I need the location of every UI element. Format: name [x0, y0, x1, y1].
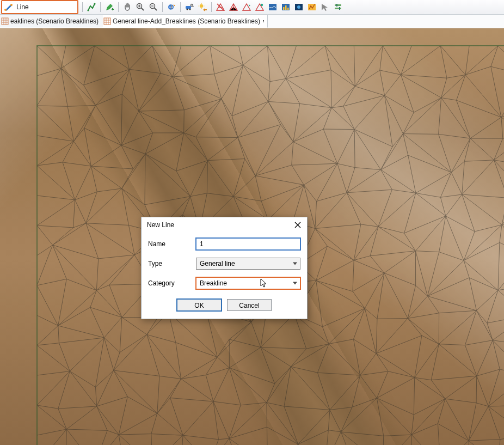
entity-type-selector[interactable]	[1, 0, 78, 14]
svg-line-589	[291, 349, 306, 367]
sun-arrow-icon[interactable]	[196, 1, 208, 13]
mesh-c-icon[interactable]	[241, 1, 253, 13]
tab-breaklines[interactable]: eaklines (Scenario Breaklines)	[0, 15, 102, 27]
svg-line-287	[381, 170, 416, 193]
svg-line-461	[58, 279, 67, 326]
svg-line-459	[37, 285, 58, 326]
svg-line-63	[239, 46, 243, 65]
svg-line-577	[176, 343, 181, 379]
svg-line-675	[119, 397, 127, 435]
svg-line-228	[323, 129, 337, 163]
svg-line-723	[66, 429, 95, 445]
pencil-plus-icon[interactable]	[103, 1, 115, 13]
svg-line-731	[119, 435, 152, 445]
svg-line-240	[439, 134, 452, 172]
mesh-d-icon[interactable]	[254, 1, 266, 13]
polyline-icon[interactable]	[85, 1, 97, 13]
svg-line-448	[427, 252, 439, 296]
svg-line-264	[176, 161, 208, 171]
svg-line-409	[53, 245, 67, 279]
svg-line-116	[243, 65, 268, 101]
mesh-b-icon[interactable]	[228, 1, 239, 13]
panel-dark-icon[interactable]	[293, 1, 305, 13]
svg-line-550	[408, 319, 439, 344]
svg-line-643	[317, 373, 360, 375]
toolbar-separator	[118, 2, 119, 12]
svg-line-392	[404, 216, 446, 234]
settings-icon[interactable]	[332, 1, 344, 13]
type-select[interactable]	[196, 258, 300, 270]
svg-line-95	[37, 69, 61, 106]
svg-line-280	[317, 163, 337, 201]
svg-line-283	[347, 168, 355, 193]
svg-line-265	[176, 171, 190, 197]
svg-line-85	[440, 46, 465, 75]
svg-line-113	[222, 65, 243, 99]
svg-line-353	[37, 225, 73, 228]
mesh-a-icon[interactable]	[214, 1, 226, 13]
panel-bars-icon[interactable]	[280, 1, 292, 13]
category-select[interactable]	[196, 277, 300, 289]
ok-button[interactable]: OK	[177, 299, 222, 311]
svg-line-61	[210, 46, 243, 65]
svg-line-686	[241, 403, 267, 405]
svg-line-640	[291, 367, 318, 373]
svg-line-358	[53, 223, 86, 245]
name-input[interactable]	[196, 238, 300, 250]
panel-spark-icon[interactable]	[306, 1, 318, 13]
svg-line-705	[411, 414, 414, 435]
svg-line-165	[222, 99, 238, 137]
zoom-out-icon[interactable]	[147, 1, 159, 13]
svg-line-224	[293, 129, 323, 142]
svg-line-531	[229, 322, 251, 339]
panel-map-icon[interactable]	[267, 1, 279, 13]
pan-icon[interactable]	[121, 1, 133, 13]
svg-line-656	[431, 380, 445, 399]
dialog-titlebar[interactable]: New Line	[142, 217, 307, 233]
close-icon[interactable]	[292, 220, 304, 230]
svg-line-630	[181, 379, 213, 402]
svg-line-334	[347, 190, 392, 192]
svg-line-496	[416, 285, 428, 296]
svg-line-346	[462, 194, 504, 198]
svg-line-172	[300, 103, 332, 107]
svg-line-398	[475, 225, 502, 231]
svg-line-509	[37, 315, 58, 326]
svg-line-680	[170, 398, 213, 401]
svg-line-572	[114, 334, 147, 370]
entity-type-select[interactable]	[14, 2, 77, 13]
svg-line-757	[328, 430, 341, 432]
svg-line-211	[145, 133, 184, 154]
tab-general-line[interactable]: General line-Add_Breaklines (Scenario Br…	[102, 15, 268, 28]
svg-line-157	[139, 110, 185, 111]
svg-line-269	[207, 161, 233, 197]
svg-line-322	[233, 197, 261, 201]
svg-line-342	[416, 193, 446, 216]
svg-line-587	[261, 348, 291, 367]
svg-line-628	[181, 375, 206, 379]
svg-line-701	[377, 398, 414, 414]
globe-arrow-icon[interactable]	[165, 1, 177, 13]
zoom-in-icon[interactable]	[134, 1, 146, 13]
car-find-icon[interactable]	[183, 1, 195, 13]
map-canvas[interactable]: New Line Name Type Category	[0, 28, 504, 445]
svg-line-677	[157, 398, 170, 413]
cursor-play-icon[interactable]	[319, 1, 331, 13]
svg-line-488	[316, 281, 323, 327]
svg-line-775	[440, 441, 469, 445]
svg-line-308	[86, 192, 97, 223]
svg-line-590	[291, 344, 329, 367]
svg-line-336	[347, 193, 378, 227]
svg-line-721	[66, 429, 107, 430]
svg-line-394	[415, 216, 445, 251]
svg-line-627	[157, 379, 181, 413]
svg-line-625	[159, 376, 181, 379]
svg-line-400	[464, 225, 502, 261]
svg-line-231	[354, 130, 355, 168]
svg-line-396	[439, 216, 446, 252]
svg-line-698	[352, 398, 377, 407]
svg-line-339	[378, 193, 416, 227]
cancel-button[interactable]: Cancel	[227, 299, 272, 311]
svg-line-124	[331, 70, 331, 107]
svg-point-14	[187, 9, 188, 10]
